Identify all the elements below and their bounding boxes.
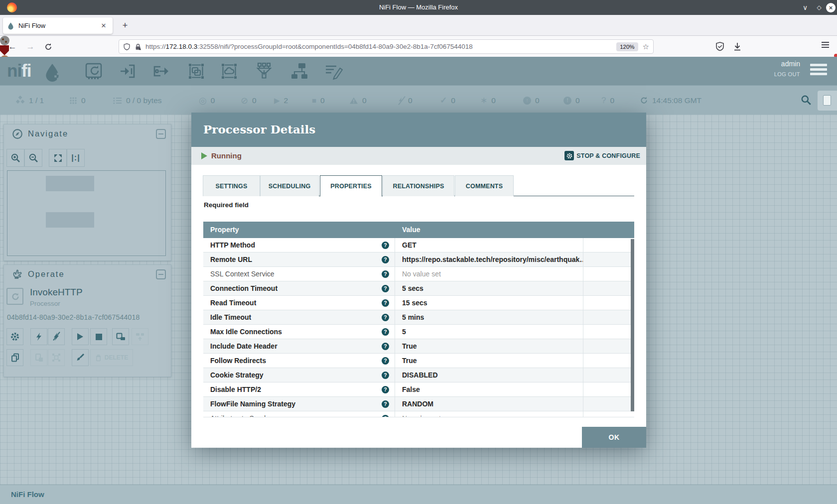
breadcrumb[interactable]: NiFi Flow [11,490,44,499]
window-maximize-icon[interactable]: ◇ [814,2,825,13]
browser-menu-icon[interactable] [819,40,831,52]
global-menu-icon[interactable] [810,64,827,77]
flow-status-panel-button[interactable] [818,91,837,111]
ublock-extension-icon[interactable] [0,45,9,55]
help-icon[interactable]: ? [382,270,389,278]
change-color-button[interactable] [72,349,89,366]
property-row[interactable]: Follow Redirects?True [203,354,634,368]
property-row[interactable]: Attributes to Send?No value set [203,411,634,417]
delete-label: DELETE [105,354,128,361]
help-icon[interactable]: ? [382,256,389,263]
help-icon[interactable]: ? [382,242,389,249]
configure-button[interactable] [6,328,23,345]
browser-tab[interactable]: NiFi Flow ✕ [3,17,113,34]
upload-template-button[interactable] [132,328,148,345]
navigate-header[interactable]: Navigate [4,125,171,142]
collapse-icon[interactable] [156,129,166,139]
status-item-queued: 0 / 0 bytes [113,86,162,115]
help-icon[interactable]: ? [382,357,389,365]
running-icon [201,152,207,159]
drag-remote-process-group-icon[interactable] [220,62,239,81]
property-row[interactable]: Connection Timeout?5 secs [203,281,634,296]
logout-link[interactable]: LOG OUT [774,71,800,77]
help-icon[interactable]: ? [382,285,389,292]
property-value: GET [395,238,583,252]
minimap-component [46,176,94,191]
window-close-icon[interactable]: × [826,3,836,12]
create-template-button[interactable] [112,328,129,345]
drag-output-port-icon[interactable] [152,62,171,81]
property-row[interactable]: Idle Timeout?5 mins [203,310,634,325]
drag-input-port-icon[interactable] [119,62,138,81]
property-row[interactable]: FlowFile Naming Strategy?RANDOM [203,397,634,411]
property-row[interactable]: Disable HTTP/2?False [203,382,634,397]
window-minimize-icon[interactable]: ∨ [800,2,811,13]
delete-button[interactable]: DELETE [90,349,133,366]
zoom-level-badge[interactable]: 120% [616,42,638,51]
property-row[interactable]: Remote URL?https://repo.stackable.tech/r… [203,252,634,267]
property-name: Max Idle Connections? [203,325,395,339]
start-button[interactable] [72,328,89,345]
table-scrollbar[interactable] [631,239,634,411]
drag-template-icon[interactable] [290,62,309,81]
tab-close-icon[interactable]: ✕ [99,21,109,31]
forward-button[interactable]: → [24,40,37,53]
tab-properties[interactable]: PROPERTIES [320,175,382,197]
property-name: Attributes to Send? [203,411,395,417]
shield-permissions-icon[interactable] [123,43,131,51]
status-item-transmitting: ◎0 [199,86,215,115]
zoom-out-button[interactable] [24,149,42,167]
help-icon[interactable]: ? [382,328,389,336]
help-icon[interactable]: ? [382,314,389,321]
paste-button[interactable] [30,349,47,366]
operate-header[interactable]: Operate [4,265,171,283]
zoom-fit-button[interactable] [49,149,67,167]
stop-and-configure-button[interactable]: STOP & CONFIGURE [564,151,640,160]
help-icon[interactable]: ? [382,415,389,417]
enable-button[interactable] [30,328,47,345]
copy-button[interactable] [6,349,23,366]
help-icon[interactable]: ? [382,386,389,393]
drag-process-group-icon[interactable] [187,62,206,81]
help-icon[interactable]: ? [382,372,389,379]
tab-settings[interactable]: SETTINGS [203,175,260,196]
new-tab-button[interactable]: + [119,19,132,32]
group-button[interactable] [48,349,65,366]
bookmark-star-icon[interactable]: ☆ [643,42,649,51]
help-icon[interactable]: ? [382,400,389,408]
pocket-shield-icon[interactable] [714,41,726,53]
property-value: True [395,339,583,353]
property-row[interactable]: SSL Context Service?No value set [203,267,634,281]
disable-button[interactable] [48,328,65,345]
search-icon[interactable] [801,95,812,106]
zoom-in-button[interactable] [6,149,24,167]
tab-comments[interactable]: COMMENTS [455,175,514,196]
birdseye-minimap[interactable] [7,170,166,256]
reload-button[interactable] [42,40,55,53]
refresh-icon[interactable] [640,96,648,105]
property-value: True [395,354,583,368]
help-icon[interactable]: ? [382,343,389,350]
collapse-icon[interactable] [156,269,166,279]
lock-warning-icon[interactable] [135,43,141,51]
status-item-locally-modified-stale: !0 [563,86,580,115]
drag-funnel-icon[interactable] [255,62,274,81]
properties-table-header: Property Value [203,222,634,238]
downloads-icon[interactable] [731,41,743,53]
drag-processor-icon[interactable] [84,62,103,81]
property-row[interactable]: Max Idle Connections?5 [203,325,634,339]
status-item-up-to-date: ✓0 [440,86,455,115]
help-icon[interactable]: ? [382,299,389,307]
property-row[interactable]: HTTP Method?GET [203,238,634,252]
tab-scheduling[interactable]: SCHEDULING [260,175,319,196]
tab-relationships[interactable]: RELATIONSHIPS [383,175,454,196]
property-row[interactable]: Cookie Strategy?DISABLED [203,368,634,382]
drag-label-icon[interactable] [324,62,343,81]
property-row[interactable]: Include Date Header?True [203,339,634,354]
url-bar[interactable]: https://172.18.0.3:32558/nifi/?processGr… [119,39,654,54]
property-row[interactable]: Read Timeout?15 secs [203,296,634,310]
ok-button[interactable]: OK [582,427,646,448]
zoom-actual-size-button[interactable]: |:| [67,149,85,167]
stop-button[interactable] [90,328,107,345]
selected-component-id[interactable]: 04b8fd14-80a9-30e2-8b1a-7cf067544018 [7,313,140,321]
